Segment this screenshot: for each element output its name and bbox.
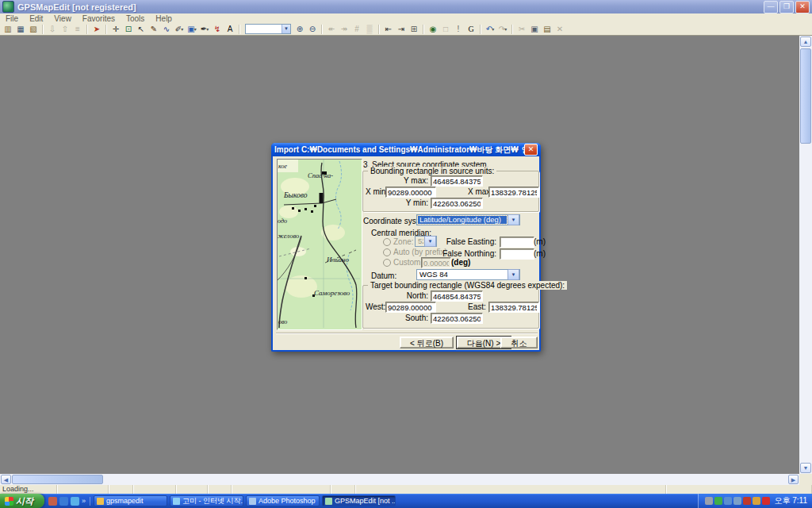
- trim-begin-icon[interactable]: ⇤: [383, 24, 395, 35]
- close-map-icon[interactable]: ▧: [28, 24, 40, 35]
- back-button[interactable]: < 뒤로(B): [400, 337, 454, 348]
- internet-explorer-icon[interactable]: [71, 497, 79, 506]
- export-icon[interactable]: ⇧: [59, 24, 71, 35]
- menu-item-file[interactable]: File: [0, 14, 24, 23]
- select-tool-icon[interactable]: ↖: [136, 24, 147, 35]
- chevron-down-icon[interactable]: ▼: [508, 214, 519, 225]
- google-earth-icon[interactable]: G: [465, 24, 477, 35]
- chevron-down-icon[interactable]: ▼: [424, 236, 436, 247]
- chevron-down-icon[interactable]: ▼: [282, 25, 290, 33]
- open-map-icon[interactable]: ▥: [2, 24, 14, 35]
- paste-icon[interactable]: ▤: [542, 24, 553, 35]
- menu-item-view[interactable]: View: [48, 14, 77, 23]
- photoshop-icon: [249, 498, 256, 505]
- update-icon[interactable]: [714, 497, 722, 505]
- menu-item-tools[interactable]: Tools: [121, 14, 150, 23]
- quick-launch-overflow-icon[interactable]: »: [82, 497, 86, 505]
- cut-icon[interactable]: ✂: [516, 24, 528, 35]
- messenger-icon[interactable]: [48, 497, 57, 506]
- objects-tool-icon[interactable]: ▣▾: [186, 24, 198, 35]
- ati-icon[interactable]: [743, 497, 751, 505]
- redo-icon[interactable]: ↷▾: [497, 24, 509, 35]
- d-launcher-icon[interactable]: [59, 497, 68, 506]
- taskbar-button[interactable]: gpsmapedit: [94, 495, 167, 506]
- measure-tool-icon[interactable]: ✐▾: [174, 24, 186, 35]
- scale-combobox[interactable]: ▼: [245, 24, 291, 34]
- track-tool-icon[interactable]: ↯: [212, 24, 224, 35]
- upload-to-gps-icon[interactable]: ➤: [91, 24, 103, 35]
- scrollbar-corner: [799, 474, 812, 485]
- menu-item-favorites[interactable]: Favorites: [77, 14, 121, 23]
- scroll-left-button[interactable]: ◀: [1, 475, 11, 484]
- menu-item-edit[interactable]: Edit: [24, 14, 48, 23]
- coordinate-system-dropdown[interactable]: Latitude/Longitude (deg) ▼: [416, 214, 520, 225]
- text-tool-icon[interactable]: A: [224, 24, 236, 35]
- start-label: 시작: [16, 495, 33, 507]
- polyline-tool-icon[interactable]: ∿: [161, 24, 173, 35]
- volume-icon[interactable]: [753, 497, 760, 505]
- zone-radio[interactable]: [383, 238, 391, 246]
- show-grid-icon[interactable]: #: [351, 24, 363, 35]
- custom-label: Custom: [393, 258, 420, 267]
- north-input[interactable]: [431, 291, 483, 302]
- select-visible-icon[interactable]: ◉: [427, 24, 439, 35]
- horizontal-scroll-thumb[interactable]: [12, 475, 103, 484]
- network-icon[interactable]: [724, 497, 732, 505]
- zoom-rect-tool-icon[interactable]: ⊡: [123, 24, 135, 35]
- taskbar-button[interactable]: 고미 - 인터넷 시작...: [170, 495, 243, 506]
- y-min-input[interactable]: [431, 198, 483, 209]
- start-button[interactable]: 시작: [0, 494, 44, 508]
- vertical-scrollbar[interactable]: ▲ ▼: [799, 36, 812, 474]
- zone-dropdown[interactable]: 52 ▼: [415, 236, 437, 247]
- device-icon[interactable]: [705, 497, 713, 505]
- horizontal-scrollbar[interactable]: ◀ ▶: [0, 474, 799, 485]
- close-button[interactable]: ✕: [795, 1, 810, 13]
- auto-prefix-label: Auto (by prefix): [393, 248, 447, 256]
- restore-button[interactable]: ❐: [779, 1, 794, 13]
- taskbar-button[interactable]: Adobe Photoshop: [246, 495, 320, 506]
- custom-meridian-input[interactable]: [421, 257, 451, 268]
- taskbar-button[interactable]: GPSMapEdit [not ...: [322, 495, 396, 506]
- y-max-input[interactable]: [431, 175, 483, 187]
- false-easting-input[interactable]: [500, 237, 534, 248]
- auto-prefix-radio[interactable]: [383, 248, 391, 256]
- usb-icon[interactable]: [733, 497, 741, 505]
- attach-window-icon[interactable]: ⊞: [408, 24, 420, 35]
- dialog-close-button[interactable]: ✕: [524, 144, 538, 156]
- next-view-icon[interactable]: ↠: [339, 24, 350, 35]
- info-icon[interactable]: !: [453, 24, 465, 35]
- vertical-scroll-thumb[interactable]: [800, 48, 811, 144]
- show-background-icon[interactable]: ▒: [364, 24, 376, 35]
- scroll-down-button[interactable]: ▼: [800, 463, 811, 473]
- chevron-down-icon[interactable]: ▼: [508, 269, 519, 280]
- scroll-up-button[interactable]: ▲: [800, 37, 811, 47]
- zoom-in-icon[interactable]: ⊕: [294, 24, 306, 35]
- map-properties-icon[interactable]: ≡: [72, 24, 84, 35]
- trim-end-icon[interactable]: ⇥: [396, 24, 408, 35]
- scroll-right-button[interactable]: ▶: [788, 475, 799, 484]
- previous-view-icon[interactable]: ↞: [326, 24, 338, 35]
- x-min-input[interactable]: [385, 187, 436, 198]
- undo-icon[interactable]: ↶▾: [485, 24, 496, 35]
- south-input[interactable]: [431, 313, 483, 324]
- false-northing-input[interactable]: [500, 248, 534, 260]
- antivirus-icon[interactable]: [762, 497, 770, 505]
- x-max-input[interactable]: [488, 187, 539, 198]
- cancel-button[interactable]: 취소: [500, 337, 538, 348]
- east-input[interactable]: [488, 302, 539, 313]
- save-map-icon[interactable]: ▦: [15, 24, 27, 35]
- minimize-button[interactable]: —: [764, 1, 778, 13]
- draw-tool-icon[interactable]: ✒▾: [199, 24, 211, 35]
- menu-item-help[interactable]: Help: [150, 14, 178, 23]
- import-icon[interactable]: ⇩: [47, 24, 59, 35]
- datum-dropdown[interactable]: WGS 84 ▼: [416, 269, 520, 280]
- edit-nodes-tool-icon[interactable]: ✎: [148, 24, 160, 35]
- copy-icon[interactable]: ▣: [529, 24, 541, 35]
- zoom-out-icon[interactable]: ⊖: [307, 24, 319, 35]
- pan-tool-icon[interactable]: ✛: [110, 24, 122, 35]
- delete-icon[interactable]: ✕: [554, 24, 566, 35]
- west-input[interactable]: [385, 302, 436, 313]
- new-page-icon[interactable]: □: [440, 24, 452, 35]
- custom-radio[interactable]: [383, 259, 391, 267]
- map-place-label: кое: [278, 163, 287, 170]
